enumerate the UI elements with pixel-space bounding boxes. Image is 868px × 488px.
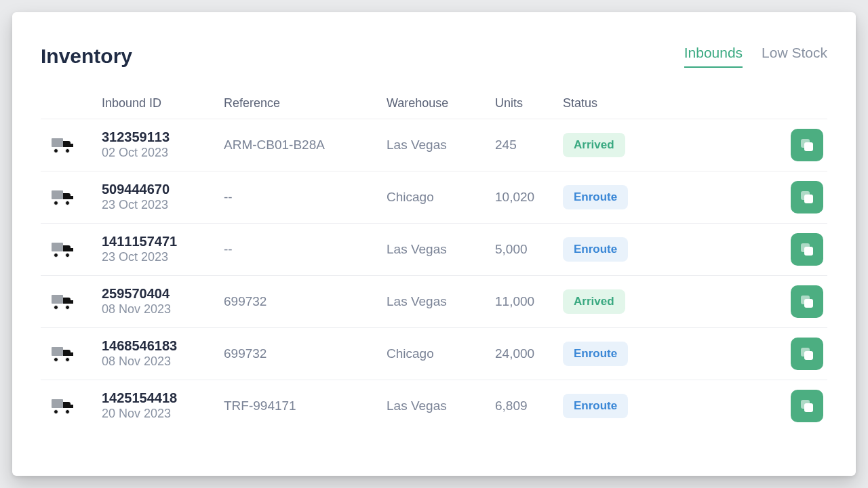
status-cell: Enroute (563, 237, 705, 262)
tab-inbounds[interactable]: Inbounds (684, 45, 743, 68)
copy-button[interactable] (791, 233, 823, 266)
inventory-card: Inventory Inbounds Low Stock Inbound ID … (12, 12, 856, 476)
inbound-id: 1425154418 (102, 390, 224, 406)
inbound-id: 509444670 (102, 181, 224, 197)
warehouse-cell: Chicago (387, 190, 495, 205)
warehouse-cell: Las Vegas (387, 138, 495, 152)
inbound-date: 02 Oct 2023 (102, 145, 224, 161)
units-cell: 245 (495, 138, 563, 152)
copy-button[interactable] (791, 181, 823, 214)
copy-icon (801, 400, 813, 412)
status-cell: Arrived (563, 289, 705, 314)
inbound-id: 1411157471 (102, 233, 224, 249)
table-row: 25957040408 Nov 2023699732Las Vegas11,00… (41, 275, 827, 327)
col-inbound-id: Inbound ID (102, 96, 224, 110)
reference-cell: TRF-994171 (224, 399, 387, 413)
copy-button[interactable] (791, 390, 823, 422)
inbound-id-cell: 146854618308 Nov 2023 (102, 338, 224, 369)
inbound-id: 259570404 (102, 285, 224, 302)
inbound-id: 1468546183 (102, 338, 224, 354)
copy-icon (801, 348, 813, 360)
copy-icon (801, 139, 813, 151)
inbound-date: 08 Nov 2023 (102, 302, 224, 317)
status-badge: Enroute (563, 394, 628, 418)
status-cell: Enroute (563, 394, 705, 418)
table-row: 31235911302 Oct 2023ARM-CB01-B28ALas Veg… (41, 119, 827, 171)
header: Inventory Inbounds Low Stock (41, 45, 827, 68)
reference-cell: ARM-CB01-B28A (224, 138, 387, 152)
status-cell: Enroute (563, 185, 705, 209)
col-status: Status (563, 96, 705, 110)
units-cell: 6,809 (495, 399, 563, 413)
truck-icon (52, 137, 75, 153)
inbound-id-cell: 142515441820 Nov 2023 (102, 390, 224, 422)
copy-icon (801, 243, 813, 256)
warehouse-cell: Chicago (387, 346, 495, 361)
page-title: Inventory (41, 45, 132, 68)
status-cell: Enroute (563, 342, 705, 366)
tab-low-stock[interactable]: Low Stock (762, 45, 827, 68)
table-row: 142515441820 Nov 2023TRF-994171Las Vegas… (41, 380, 827, 432)
table-row: 50944467023 Oct 2023--Chicago10,020Enrou… (41, 171, 827, 223)
table-row: 146854618308 Nov 2023699732Chicago24,000… (41, 327, 827, 380)
inbound-date: 23 Oct 2023 (102, 197, 224, 213)
copy-button[interactable] (791, 129, 823, 161)
truck-icon (52, 241, 75, 258)
truck-icon (52, 346, 75, 362)
reference-cell: 699732 (224, 294, 387, 309)
truck-icon (52, 398, 75, 414)
inbound-id-cell: 25957040408 Nov 2023 (102, 285, 224, 317)
units-cell: 24,000 (495, 346, 563, 361)
reference-cell: -- (224, 190, 387, 205)
inbound-date: 20 Nov 2023 (102, 406, 224, 422)
inbound-date: 23 Oct 2023 (102, 249, 224, 265)
copy-icon (801, 296, 813, 308)
status-badge: Enroute (563, 185, 628, 209)
truck-icon (52, 293, 75, 310)
copy-icon (801, 191, 813, 203)
reference-cell: 699732 (224, 346, 387, 361)
status-cell: Arrived (563, 133, 705, 157)
copy-button[interactable] (791, 285, 823, 318)
inbound-id-cell: 31235911302 Oct 2023 (102, 129, 224, 161)
inbound-id: 312359113 (102, 129, 224, 145)
units-cell: 5,000 (495, 242, 563, 257)
table-row: 141115747123 Oct 2023--Las Vegas5,000Enr… (41, 223, 827, 275)
col-reference: Reference (224, 96, 387, 110)
status-badge: Enroute (563, 237, 628, 262)
status-badge: Arrived (563, 289, 625, 314)
units-cell: 10,020 (495, 190, 563, 205)
inbound-id-cell: 50944467023 Oct 2023 (102, 181, 224, 213)
warehouse-cell: Las Vegas (387, 294, 495, 309)
col-units: Units (495, 96, 563, 110)
status-badge: Arrived (563, 133, 625, 157)
units-cell: 11,000 (495, 294, 563, 309)
truck-icon (52, 189, 75, 205)
inbound-id-cell: 141115747123 Oct 2023 (102, 233, 224, 265)
inbound-date: 08 Nov 2023 (102, 354, 224, 369)
copy-button[interactable] (791, 338, 823, 370)
col-warehouse: Warehouse (387, 96, 495, 110)
status-badge: Enroute (563, 342, 628, 366)
tabs: Inbounds Low Stock (684, 45, 827, 68)
reference-cell: -- (224, 242, 387, 257)
inbounds-table: Inbound ID Reference Warehouse Units Sta… (41, 91, 827, 432)
table-header-row: Inbound ID Reference Warehouse Units Sta… (41, 91, 827, 119)
warehouse-cell: Las Vegas (387, 242, 495, 257)
warehouse-cell: Las Vegas (387, 399, 495, 413)
